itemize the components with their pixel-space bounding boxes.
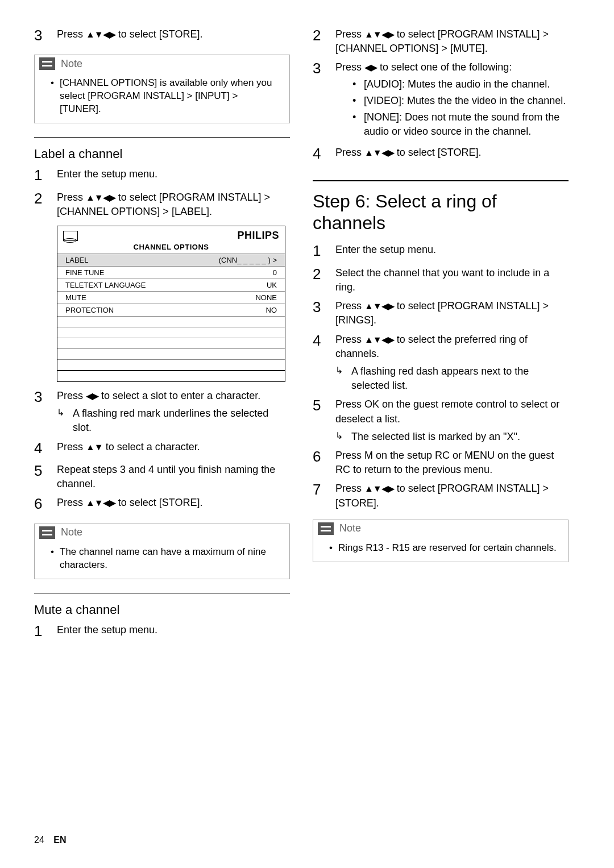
arrow-icons: ▲▼◀▶ <box>86 498 115 508</box>
step-item: 2 Select the channel that you want to in… <box>313 266 569 294</box>
text: Press <box>335 61 364 73</box>
left-column: 3 Press ▲▼◀▶ to select [STORE]. Note •[C… <box>34 23 290 646</box>
separator <box>313 180 569 181</box>
step-item: 5 Repeat steps 3 and 4 until you finish … <box>34 463 290 491</box>
step-number: 1 <box>34 621 57 641</box>
text: A flashing red dash appears next to the … <box>351 364 569 393</box>
step-item: 7 Press ▲▼◀▶ to select [PROGRAM INSTALL]… <box>313 481 569 510</box>
philips-logo: PHILIPS <box>237 230 279 242</box>
arrow-icons: ▲▼◀▶ <box>86 193 115 202</box>
step-item: 3 Press ◀▶ to select a slot to enter a c… <box>34 389 290 435</box>
step-item: 3 Press ◀▶ to select one of the followin… <box>313 60 569 141</box>
text: Press <box>57 390 86 401</box>
tv-menu-screenshot: PHILIPS CHANNEL OPTIONS LABEL (CNN_ _ _ … <box>57 226 285 382</box>
step-item: 5 Press OK on the guest remote control t… <box>313 397 569 444</box>
text: Enter the setup menu. <box>57 623 290 641</box>
main-heading: Step 6: Select a ring of channels <box>313 190 569 234</box>
note-text: Rings R13 - R15 are reserved for certain… <box>338 542 557 555</box>
text: Press <box>57 441 86 452</box>
note-icon <box>39 526 55 539</box>
note-box: Note •The channel name can have a maximu… <box>34 524 290 579</box>
table-row: MUTE NONE <box>57 292 285 304</box>
result-arrow-icon: ↳ <box>57 406 73 435</box>
text: to select [STORE]. <box>115 28 203 40</box>
arrow-icons: ▲▼◀▶ <box>364 301 394 311</box>
step-number: 4 <box>313 143 335 164</box>
step-item: 4 Press ▲▼◀▶ to select the preferred rin… <box>313 333 569 393</box>
note-icon <box>39 57 55 70</box>
text: to select [STORE]. <box>115 497 203 508</box>
note-title: Note <box>61 58 82 70</box>
row-value: NO <box>266 306 277 314</box>
note-title: Note <box>61 526 82 538</box>
step-number: 1 <box>313 240 335 261</box>
text: Enter the setup menu. <box>57 167 290 185</box>
text: Press <box>335 334 364 345</box>
step-number: 3 <box>313 297 335 327</box>
arrow-icons: ▲▼◀▶ <box>364 335 394 344</box>
step-number: 2 <box>34 188 57 219</box>
arrow-icons: ▲▼◀▶ <box>86 30 115 39</box>
step-item: 4 Press ▲▼ to select a character. <box>34 440 290 458</box>
separator <box>34 593 290 593</box>
arrow-icons: ◀▶ <box>364 63 377 72</box>
step-item: 2 Press ▲▼◀▶ to select [PROGRAM INSTALL]… <box>313 27 569 56</box>
tv-icon <box>63 231 78 241</box>
text: Repeat steps 3 and 4 until you finish na… <box>57 463 290 491</box>
step-number: 3 <box>34 387 57 435</box>
text: Press <box>335 147 364 158</box>
step-number: 5 <box>313 395 335 444</box>
row-key: LABEL <box>65 256 88 264</box>
separator <box>34 137 290 138</box>
step-item: 2 Press ▲▼◀▶ to select [PROGRAM INSTALL]… <box>34 190 290 219</box>
row-value: NONE <box>255 293 277 302</box>
note-title: Note <box>339 522 361 534</box>
step-number: 5 <box>34 460 57 491</box>
step-number: 3 <box>313 58 335 141</box>
step-item: 3 Press ▲▼◀▶ to select [STORE]. <box>34 27 290 45</box>
note-box: Note •[CHANNEL OPTIONS] is available onl… <box>34 55 290 123</box>
arrow-icons: ▲▼◀▶ <box>364 484 394 493</box>
step-number: 1 <box>34 165 57 185</box>
list-item: •[VIDEO]: Mutes the the video in the cha… <box>352 94 569 108</box>
step-item: 4 Press ▲▼◀▶ to select [STORE]. <box>313 146 569 164</box>
row-value: UK <box>267 281 277 289</box>
arrow-icons: ▲▼◀▶ <box>364 30 394 39</box>
step-item: 6 Press ▲▼◀▶ to select [STORE]. <box>34 496 290 514</box>
row-key: TELETEXT LANGUAGE <box>65 281 146 289</box>
text: Press <box>335 28 364 40</box>
step-item: 1 Enter the setup menu. <box>34 167 290 185</box>
text: Enter the setup menu. <box>335 243 569 261</box>
step-number: 3 <box>34 25 57 45</box>
text: A flashing red mark underlines the selec… <box>73 406 290 435</box>
step-number: 7 <box>313 479 335 510</box>
table-row: FINE TUNE 0 <box>57 267 285 279</box>
step-item: 1 Enter the setup menu. <box>313 243 569 261</box>
step-number: 4 <box>313 330 335 393</box>
step-number: 2 <box>313 25 335 56</box>
note-icon <box>318 522 334 535</box>
text: to select [STORE]. <box>394 147 482 158</box>
step-item: 3 Press ▲▼◀▶ to select [PROGRAM INSTALL]… <box>313 299 569 327</box>
step-number: 6 <box>313 446 335 477</box>
list-item: •[NONE]: Does not mute the sound from th… <box>352 110 569 139</box>
step-item: 1 Enter the setup menu. <box>34 623 290 641</box>
text: to select a slot to enter a character. <box>98 390 260 401</box>
note-box: Note •Rings R13 - R15 are reserved for c… <box>313 520 569 562</box>
table-row: TELETEXT LANGUAGE UK <box>57 279 285 292</box>
result-arrow-icon: ↳ <box>335 430 351 444</box>
text: to select one of the following: <box>377 61 512 73</box>
text: The selected list is marked by an "X". <box>351 430 520 444</box>
step-number: 6 <box>34 493 57 514</box>
row-value: 0 <box>273 268 277 277</box>
table-row: LABEL (CNN_ _ _ _ _ ) > <box>57 254 285 267</box>
list-item: •[AUDIO]: Mutes the audio in the channel… <box>352 77 569 92</box>
note-text: The channel name can have a maximum of n… <box>60 546 280 572</box>
text: Press <box>335 483 364 494</box>
arrow-icons: ▲▼◀▶ <box>364 148 394 157</box>
text: to select a character. <box>103 441 200 452</box>
row-key: FINE TUNE <box>65 268 104 277</box>
tv-menu-title: CHANNEL OPTIONS <box>57 242 285 254</box>
text: Press <box>335 300 364 312</box>
text: Select the channel that you want to incl… <box>335 266 569 294</box>
